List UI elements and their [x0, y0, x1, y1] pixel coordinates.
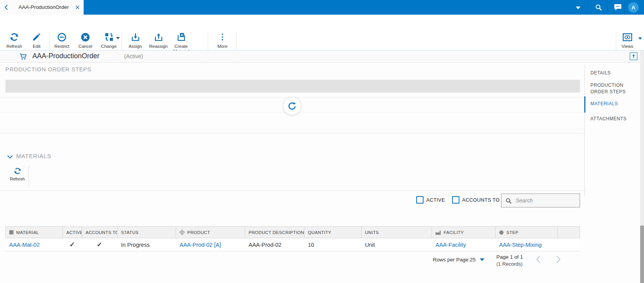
button-label: Cancel: [79, 44, 92, 49]
more-button[interactable]: More: [211, 32, 234, 49]
button-label: Refresh: [10, 177, 25, 181]
next-page-icon[interactable]: [556, 255, 561, 264]
material-square-icon: [9, 230, 13, 234]
vertical-scrollbar-thumb[interactable]: [640, 226, 644, 283]
button-label: Assign: [129, 44, 142, 49]
search-box: [501, 194, 580, 207]
column-label: PRODUCT: [187, 230, 210, 235]
rows-per-page-value: 25: [470, 257, 476, 263]
tab-title[interactable]: AAA-ProductionOrder: [18, 0, 69, 15]
section-divider: [0, 190, 586, 191]
cell-status: In Progress: [117, 242, 176, 248]
column-header-status[interactable]: STATUS: [118, 227, 176, 238]
sidebar-item-production-order-steps[interactable]: PRODUCTION ORDER STEPS: [590, 82, 641, 95]
button-label: More: [217, 44, 227, 49]
change-button[interactable]: Change: [97, 32, 121, 49]
section-divider: [0, 133, 584, 133]
column-label: PRODUCT DESCRIPTION: [249, 230, 304, 235]
check-icon: ✓: [97, 241, 102, 248]
spinner-arrow-icon: [288, 101, 297, 111]
avatar[interactable]: A: [628, 2, 639, 13]
change-dropdown-caret-icon[interactable]: [116, 37, 120, 39]
edit-icon: [32, 32, 41, 42]
column-label: UNITS: [365, 230, 379, 235]
steps-loading-placeholder: [5, 80, 580, 93]
more-icon: [218, 32, 227, 42]
column-header-product[interactable]: PRODUCT: [176, 227, 245, 238]
topbar-dropdown-caret-icon[interactable]: [576, 7, 580, 9]
views-icon: [622, 32, 632, 42]
active-checkbox[interactable]: [416, 196, 424, 204]
cell-product-link[interactable]: AAA-Prod-02 [A]: [176, 242, 245, 248]
cell-facility-link[interactable]: AAA-Facility: [432, 242, 495, 248]
assign-button[interactable]: Assign: [123, 32, 147, 49]
cell-step-link[interactable]: AAA-Step-Mixing: [495, 242, 557, 248]
materials-section-heading: MATERIALS: [16, 153, 51, 159]
sidebar-item-details[interactable]: DETAILS: [590, 70, 641, 76]
active-checkbox-label: ACTIVE: [426, 197, 445, 203]
previous-page-icon[interactable]: [536, 255, 541, 264]
search-input[interactable]: [515, 197, 577, 204]
rows-per-page-caret-icon[interactable]: [480, 258, 484, 261]
record-title: AAA-ProductionOrder: [32, 52, 99, 60]
expand-panel-button[interactable]: [630, 52, 637, 60]
topbar-divider: [624, 0, 625, 15]
column-header-units[interactable]: UNITS: [362, 227, 432, 238]
button-label: Views: [622, 44, 633, 49]
restrict-button[interactable]: Restrict: [50, 32, 74, 49]
rows-per-page-selector[interactable]: Rows per Page:25: [433, 257, 484, 263]
search-icon[interactable]: [595, 3, 602, 11]
views-button[interactable]: Views: [617, 32, 637, 49]
refresh-icon: [13, 167, 22, 175]
record-status: (Active): [124, 53, 143, 59]
button-label: Refresh: [7, 44, 22, 49]
check-icon: ✓: [69, 241, 75, 248]
toolbar-group-page: Views: [617, 32, 637, 49]
sidebar-item-materials[interactable]: MATERIALS: [590, 101, 641, 107]
column-header-active[interactable]: ACTIVE: [63, 227, 82, 238]
record-header: AAA-ProductionOrder (Active): [0, 51, 644, 62]
accounts-to-checkbox[interactable]: [452, 196, 459, 204]
column-label: QUANTITY: [308, 230, 331, 235]
cancel-button[interactable]: Cancel: [74, 32, 97, 49]
app-window: AAA-ProductionOrder A: [0, 0, 644, 283]
column-label: STATUS: [121, 230, 138, 235]
collapse-chevron-icon[interactable]: [7, 155, 13, 159]
skeleton-line: [0, 129, 584, 129]
product-grid-icon: [180, 230, 185, 235]
topbar-divider: [587, 0, 588, 15]
toolbar-group-actions: More: [211, 32, 234, 49]
column-header-facility[interactable]: FACILITY: [432, 227, 496, 238]
sidebar-item-attachments[interactable]: ATTACHMENTS: [590, 116, 641, 122]
chat-icon[interactable]: [614, 3, 622, 11]
restrict-icon: [57, 32, 67, 42]
views-dropdown-caret-icon[interactable]: [638, 37, 642, 40]
ribbon-toolbar: Refresh Edit: [0, 15, 644, 51]
edit-button[interactable]: Edit: [25, 32, 48, 49]
column-header-product-description[interactable]: PRODUCT DESCRIPTION: [245, 227, 304, 238]
column-header-accounts-to[interactable]: ACCOUNTS TO: [82, 227, 118, 238]
topbar-divider: [607, 0, 608, 15]
cell-active: ✓: [62, 241, 82, 249]
close-icon[interactable]: [75, 5, 80, 10]
search-icon: [505, 197, 512, 204]
back-icon[interactable]: [3, 4, 10, 11]
column-header-quantity[interactable]: QUANTITY: [304, 227, 362, 238]
column-header-material[interactable]: MATERIAL: [6, 227, 63, 238]
materials-table-header: MATERIAL ACTIVE ACCOUNTS TO STATUS PRODU…: [5, 226, 580, 238]
materials-refresh-button[interactable]: Refresh: [6, 167, 29, 181]
records-count-label: (1 Records): [496, 261, 523, 268]
change-icon: [104, 32, 114, 42]
toolbar-group-general: Refresh Edit: [3, 32, 49, 49]
top-bar: AAA-ProductionOrder A: [0, 0, 644, 15]
page-number-label: Page 1 of 1: [496, 254, 523, 261]
cell-material-link[interactable]: AAA-Mat-02: [5, 242, 62, 248]
column-header-empty: [558, 227, 580, 238]
arrow-up-icon: [631, 54, 636, 59]
refresh-button[interactable]: Refresh: [3, 32, 25, 49]
rows-per-page-label: Rows per Page:: [433, 257, 470, 263]
table-row[interactable]: AAA-Mat-02 ✓ ✓ In Progress AAA-Prod-02 […: [5, 238, 580, 251]
cell-accounts-to: ✓: [82, 241, 117, 249]
cart-icon: [19, 53, 27, 61]
column-header-step[interactable]: STEP: [496, 227, 558, 238]
